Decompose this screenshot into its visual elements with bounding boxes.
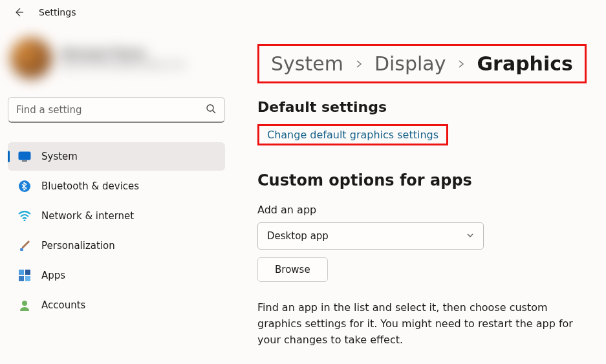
chevron-down-icon: [466, 230, 474, 242]
help-text: Find an app in the list and select it, t…: [257, 300, 587, 348]
sidebar-item-label: System: [41, 151, 78, 162]
breadcrumb-graphics: Graphics: [477, 52, 572, 75]
add-app-label: Add an app: [257, 204, 598, 216]
browse-button[interactable]: Browse: [257, 257, 328, 282]
default-settings-title: Default settings: [257, 99, 598, 115]
chevron-right-icon: [457, 57, 465, 70]
browse-button-label: Browse: [275, 264, 310, 275]
system-icon: [18, 150, 31, 163]
sidebar-item-label: Apps: [41, 270, 65, 281]
sidebar-item-accounts[interactable]: Accounts: [8, 291, 225, 319]
search-input[interactable]: [8, 97, 225, 123]
profile-name: Giovanni Flores: [61, 48, 185, 59]
breadcrumb-system[interactable]: System: [271, 52, 343, 75]
svg-rect-8: [19, 276, 24, 281]
svg-rect-2: [22, 160, 27, 162]
profile-block[interactable]: Giovanni Flores giovanniflores@example.c…: [8, 35, 225, 81]
app-title: Settings: [39, 7, 76, 17]
wifi-icon: [18, 209, 31, 222]
svg-point-4: [24, 220, 26, 222]
svg-rect-9: [25, 276, 30, 281]
brush-icon: [18, 239, 31, 252]
profile-email: giovanniflores@example.com: [61, 59, 185, 69]
svg-point-3: [19, 180, 30, 192]
breadcrumb-display[interactable]: Display: [374, 52, 446, 75]
apps-icon: [18, 269, 31, 282]
sidebar-item-label: Bluetooth & devices: [41, 180, 139, 192]
custom-options-title: Custom options for apps: [257, 171, 598, 189]
breadcrumb: System Display Graphics: [257, 44, 587, 83]
sidebar-item-personalization[interactable]: Personalization: [8, 231, 225, 260]
change-default-graphics-link[interactable]: Change default graphics settings: [267, 129, 438, 141]
sidebar-item-system[interactable]: System: [8, 142, 225, 171]
bluetooth-icon: [18, 180, 31, 193]
svg-point-0: [207, 105, 213, 111]
search-icon: [206, 103, 216, 116]
sidebar: Giovanni Flores giovanniflores@example.c…: [0, 25, 233, 364]
svg-rect-1: [19, 152, 30, 160]
svg-point-10: [22, 301, 27, 306]
svg-rect-6: [19, 270, 24, 275]
sidebar-item-bluetooth[interactable]: Bluetooth & devices: [8, 172, 225, 200]
main-content: System Display Graphics Default settings…: [233, 25, 606, 364]
sidebar-item-network[interactable]: Network & internet: [8, 202, 225, 230]
app-type-dropdown[interactable]: Desktop app: [257, 222, 484, 250]
person-icon: [18, 299, 31, 312]
sidebar-item-label: Accounts: [41, 299, 85, 311]
chevron-right-icon: [355, 57, 363, 70]
sidebar-item-label: Personalization: [41, 240, 115, 252]
back-button[interactable]: [13, 6, 25, 18]
svg-rect-5: [20, 248, 23, 251]
svg-rect-7: [25, 270, 30, 275]
avatar: [10, 37, 52, 79]
sidebar-item-apps[interactable]: Apps: [8, 261, 225, 290]
sidebar-item-label: Network & internet: [41, 210, 134, 222]
dropdown-value: Desktop app: [267, 230, 329, 242]
